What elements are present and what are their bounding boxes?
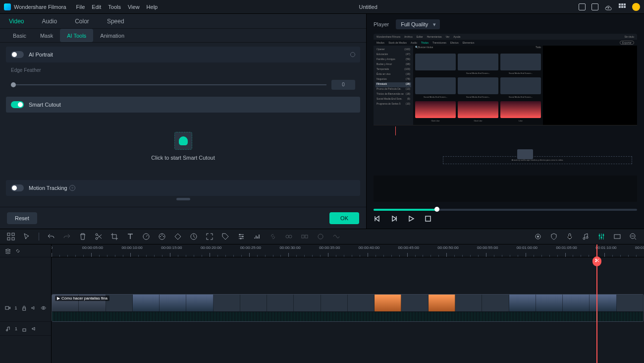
align-icon[interactable] — [301, 233, 309, 241]
menu-tools[interactable]: Tools — [108, 4, 121, 10]
svg-rect-8 — [12, 233, 14, 236]
link-icon[interactable] — [269, 233, 277, 241]
cloud-upload-icon[interactable] — [604, 3, 612, 11]
sliders-icon[interactable] — [237, 233, 245, 241]
smart-cutout-toggle[interactable] — [11, 101, 24, 108]
motion-tracking-toggle[interactable] — [11, 184, 24, 191]
smart-cutout-icon[interactable] — [174, 132, 192, 150]
playhead-handle[interactable] — [592, 256, 601, 266]
mute-icon[interactable] — [31, 305, 37, 311]
lock-audio-icon[interactable] — [21, 326, 27, 332]
ai-portrait-row: AI Portrait — [6, 47, 360, 62]
tab-speed[interactable]: Speed — [98, 14, 133, 28]
nested-tabs: Medios Stock de Medios Audio Títulos Tra… — [374, 40, 637, 46]
user-avatar[interactable] — [632, 3, 640, 11]
main-menu: File Edit Tools View Help — [76, 4, 158, 10]
subtab-basic[interactable]: Basic — [6, 29, 33, 42]
crop-icon[interactable] — [110, 233, 118, 241]
player-header: Player Full Quality — [374, 18, 637, 31]
edge-feather-slider-row: 0 — [6, 80, 360, 97]
preview-viewport[interactable]: Wondershare Filmora Archivo Editar Herra… — [374, 34, 637, 202]
track-area[interactable]: ▶Cómo hacer pantallas fina — [52, 257, 644, 363]
svg-point-21 — [240, 238, 242, 240]
mic-icon[interactable] — [566, 233, 574, 241]
record-icon[interactable] — [534, 233, 542, 241]
edge-feather-slider[interactable] — [11, 84, 326, 85]
edge-feather-value[interactable]: 0 — [331, 80, 355, 90]
reset-button[interactable]: Reset — [7, 212, 37, 224]
step-back-icon[interactable] — [390, 215, 398, 223]
mute-audio-icon[interactable] — [31, 326, 37, 332]
secondary-tabs: Basic Mask AI Tools Animation — [0, 29, 366, 43]
lock-icon[interactable] — [21, 305, 27, 311]
svg-rect-37 — [5, 306, 9, 309]
tab-audio[interactable]: Audio — [33, 14, 66, 28]
music-icon[interactable] — [582, 233, 590, 241]
snap-icon[interactable] — [613, 233, 621, 241]
playhead[interactable] — [596, 244, 597, 363]
stop-icon[interactable] — [424, 215, 432, 223]
app-name: Wondershare Filmora — [14, 4, 66, 10]
clock-icon[interactable] — [190, 233, 198, 241]
ai-portrait-reset-icon[interactable] — [350, 52, 355, 57]
svg-rect-2 — [624, 3, 626, 5]
layers-icon[interactable] — [5, 248, 11, 254]
keyframe-icon[interactable] — [174, 233, 182, 241]
svg-rect-38 — [22, 308, 25, 310]
timeline-ruler[interactable]: 00:0000:00:05:0000:00:10:0000:00:15:0000… — [52, 244, 644, 257]
tag-icon[interactable] — [221, 233, 229, 241]
tab-video[interactable]: Video — [0, 14, 33, 28]
color-icon[interactable] — [158, 233, 166, 241]
redo-icon[interactable] — [63, 233, 71, 241]
main-area: Video Audio Color Speed Basic Mask AI To… — [0, 14, 644, 229]
tab-color[interactable]: Color — [66, 14, 98, 28]
timeline-tracks[interactable]: 00:0000:00:05:0000:00:10:0000:00:15:0000… — [52, 244, 644, 363]
shield-icon[interactable] — [550, 233, 558, 241]
zoom-out-icon[interactable] — [629, 233, 637, 241]
progress-thumb[interactable] — [434, 207, 439, 212]
menu-file[interactable]: File — [76, 4, 85, 10]
video-clip[interactable]: ▶Cómo hacer pantallas fina — [52, 294, 644, 322]
quality-select[interactable]: Full Quality — [396, 19, 440, 29]
subtab-animation[interactable]: Animation — [93, 29, 131, 42]
link-track-icon[interactable] — [15, 248, 21, 254]
menu-edit[interactable]: Edit — [92, 4, 101, 10]
clip-label: ▶Cómo hacer pantallas fina — [55, 296, 109, 301]
text-icon[interactable] — [126, 233, 134, 241]
menu-view[interactable]: View — [128, 4, 140, 10]
edge-feather-thumb[interactable] — [11, 82, 16, 87]
motion-tracking-row: Motion Tracking ? — [6, 180, 360, 196]
mask-icon[interactable] — [317, 233, 324, 241]
subtab-mask[interactable]: Mask — [33, 29, 60, 42]
speed-icon[interactable] — [142, 233, 150, 241]
audio-bars-icon[interactable] — [253, 233, 261, 241]
wave-icon[interactable] — [332, 233, 340, 241]
group-icon[interactable] — [285, 233, 293, 241]
screen-icon[interactable] — [579, 3, 586, 10]
svg-point-40 — [6, 329, 8, 331]
delete-icon[interactable] — [79, 233, 87, 241]
menu-help[interactable]: Help — [147, 4, 158, 10]
help-icon[interactable]: ? — [69, 185, 75, 191]
apps-icon[interactable] — [618, 3, 626, 11]
svg-point-20 — [242, 236, 244, 238]
ai-portrait-toggle[interactable] — [11, 51, 24, 58]
nested-timeline: Arrastra y suelta aquí medios y efectos … — [374, 125, 637, 176]
svg-point-12 — [96, 238, 98, 240]
eye-icon[interactable] — [41, 305, 47, 311]
pointer-icon[interactable] — [23, 233, 31, 241]
play-icon[interactable] — [407, 215, 415, 223]
nested-sidebar: Opener(163) Educación(47) Familia y Amig… — [374, 46, 413, 125]
undo-icon[interactable] — [47, 233, 55, 241]
save-icon[interactable] — [591, 3, 598, 10]
progress-fill — [374, 209, 437, 211]
mixer-icon[interactable] — [597, 233, 605, 241]
scissors-icon[interactable] — [95, 233, 103, 241]
expand-icon[interactable] — [206, 233, 214, 241]
player-progress[interactable] — [374, 209, 637, 211]
smart-cutout-cta[interactable]: Click to start Smart Cutout — [151, 155, 215, 161]
grid-icon[interactable] — [7, 233, 15, 241]
subtab-ai-tools[interactable]: AI Tools — [60, 29, 93, 42]
prev-frame-icon[interactable] — [374, 215, 381, 223]
ok-button[interactable]: OK — [329, 212, 359, 224]
